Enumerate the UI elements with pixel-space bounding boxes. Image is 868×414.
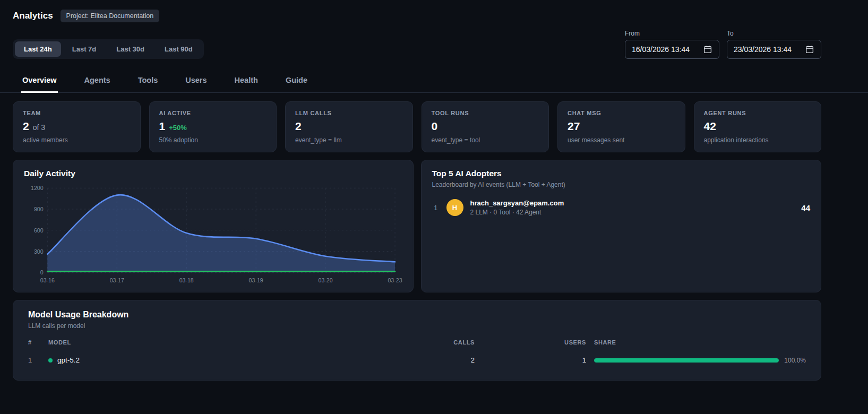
share-cell: 100.0% bbox=[586, 357, 806, 364]
tab-users[interactable]: Users bbox=[184, 68, 208, 93]
stat-sub: event_type = tool bbox=[432, 136, 539, 144]
stat-label: LLM CALLS bbox=[295, 110, 403, 116]
stat-label: AGENT RUNS bbox=[704, 110, 812, 116]
date-range-controls: From 16/03/2026 13:44 To 23/03/2026 13:4… bbox=[625, 30, 821, 59]
model-cell: gpt-5.2 bbox=[48, 356, 411, 364]
stat-card-chat-msg: CHAT MSG 27 user messages sent bbox=[557, 101, 685, 152]
stat-sub: application interactions bbox=[704, 136, 812, 144]
topbar: Analytics Project: Elitea Documentation bbox=[0, 0, 868, 24]
share-percent-label: 100.0% bbox=[784, 357, 806, 364]
svg-text:1200: 1200 bbox=[31, 185, 44, 191]
stat-value: 2 bbox=[23, 120, 29, 133]
model-rank: 1 bbox=[28, 356, 48, 364]
range-last-24h[interactable]: Last 24h bbox=[15, 41, 61, 57]
share-bar-fill bbox=[594, 358, 779, 363]
stat-card-tool-runs: TOOL RUNS 0 event_type = tool bbox=[422, 101, 549, 152]
to-date-value: 23/03/2026 13:44 bbox=[734, 45, 792, 54]
tab-tools[interactable]: Tools bbox=[137, 68, 159, 93]
model-calls: 2 bbox=[411, 356, 475, 364]
range-last-90d[interactable]: Last 90d bbox=[156, 41, 202, 57]
range-last-7d[interactable]: Last 7d bbox=[63, 41, 106, 57]
svg-text:300: 300 bbox=[34, 248, 44, 254]
stat-card-ai-active: AI ACTIVE 1 +50% 50% adoption bbox=[149, 101, 277, 152]
stat-value: 1 bbox=[159, 120, 166, 133]
svg-text:03-16: 03-16 bbox=[40, 277, 55, 283]
adopter-detail: 2 LLM · 0 Tool · 42 Agent bbox=[470, 209, 795, 216]
stat-sub: event_type = llm bbox=[295, 136, 403, 144]
stat-sub: user messages sent bbox=[568, 136, 675, 144]
svg-text:0: 0 bbox=[40, 269, 44, 275]
col-rank: # bbox=[28, 339, 48, 346]
model-usage-title: Model Usage Breakdown bbox=[28, 310, 806, 320]
usage-table-header: # MODEL CALLS USERS SHARE bbox=[28, 339, 806, 352]
stat-card-agent-runs: AGENT RUNS 42 application interactions bbox=[694, 101, 822, 152]
controls-row: Last 24h Last 7d Last 30d Last 90d From … bbox=[0, 24, 868, 66]
tab-health[interactable]: Health bbox=[234, 68, 259, 93]
model-name: gpt-5.2 bbox=[57, 356, 80, 364]
stat-label: AI ACTIVE bbox=[159, 110, 267, 116]
adopter-email: hrach_sargsyan@epam.com bbox=[470, 199, 795, 207]
model-users: 1 bbox=[475, 356, 586, 364]
daily-activity-panel: Daily Activity 0300600900120003-1603-170… bbox=[13, 160, 414, 292]
stat-value: 27 bbox=[568, 120, 580, 133]
daily-activity-chart: 0300600900120003-1603-1703-1803-1903-200… bbox=[24, 182, 402, 287]
top-adopters-subtitle: Leaderboard by AI events (LLM + Tool + A… bbox=[432, 181, 811, 188]
stat-label: CHAT MSG bbox=[568, 110, 675, 116]
daily-activity-title: Daily Activity bbox=[24, 169, 402, 178]
stat-sub: active members bbox=[23, 136, 131, 144]
stat-value: 2 bbox=[295, 120, 302, 133]
model-usage-subtitle: LLM calls per model bbox=[28, 322, 806, 330]
tab-overview[interactable]: Overview bbox=[21, 68, 58, 93]
adopter-row: 1 H hrach_sargsyan@epam.com 2 LLM · 0 To… bbox=[432, 199, 811, 216]
stat-value: 0 bbox=[432, 120, 438, 133]
to-date-field: To 23/03/2026 13:44 bbox=[727, 30, 821, 59]
col-share: SHARE bbox=[586, 339, 806, 346]
svg-text:03-19: 03-19 bbox=[249, 277, 263, 283]
calendar-icon[interactable] bbox=[805, 45, 814, 54]
adopter-total: 44 bbox=[801, 203, 810, 212]
top-adopters-panel: Top 5 AI Adopters Leaderboard by AI even… bbox=[421, 160, 822, 292]
from-date-value: 16/03/2026 13:44 bbox=[632, 45, 690, 54]
adopter-info: hrach_sargsyan@epam.com 2 LLM · 0 Tool ·… bbox=[470, 199, 795, 216]
stat-sub: 50% adoption bbox=[159, 136, 267, 144]
to-label: To bbox=[727, 30, 821, 37]
col-calls: CALLS bbox=[411, 339, 475, 346]
svg-text:03-17: 03-17 bbox=[110, 277, 124, 283]
from-label: From bbox=[625, 30, 719, 37]
model-usage-panel: Model Usage Breakdown LLM calls per mode… bbox=[13, 300, 821, 381]
middle-row: Daily Activity 0300600900120003-1603-170… bbox=[13, 160, 821, 292]
tabbar: Overview Agents Tools Users Health Guide bbox=[0, 68, 868, 93]
project-badge: Project: Elitea Documentation bbox=[61, 10, 160, 22]
to-date-input[interactable]: 23/03/2026 13:44 bbox=[727, 40, 821, 59]
col-model: MODEL bbox=[48, 339, 411, 346]
model-dot-icon bbox=[48, 358, 53, 363]
tab-guide[interactable]: Guide bbox=[285, 68, 308, 93]
svg-text:900: 900 bbox=[34, 206, 44, 212]
stat-card-team: TEAM 2 of 3 active members bbox=[13, 101, 141, 152]
stat-trend-badge: +50% bbox=[169, 124, 187, 132]
table-row: 1 gpt-5.2 2 1 100.0% bbox=[28, 352, 806, 368]
stat-label: TEAM bbox=[23, 110, 131, 116]
page-title: Analytics bbox=[13, 11, 53, 21]
svg-text:03-18: 03-18 bbox=[179, 277, 194, 283]
svg-text:600: 600 bbox=[34, 227, 44, 234]
tab-agents[interactable]: Agents bbox=[83, 68, 111, 93]
col-users: USERS bbox=[475, 339, 586, 346]
stats-row: TEAM 2 of 3 active members AI ACTIVE 1 +… bbox=[13, 101, 821, 152]
main-content: TEAM 2 of 3 active members AI ACTIVE 1 +… bbox=[0, 93, 868, 381]
adopter-rank: 1 bbox=[432, 204, 440, 212]
avatar: H bbox=[446, 199, 463, 216]
calendar-icon[interactable] bbox=[703, 45, 712, 54]
svg-text:03-23: 03-23 bbox=[388, 277, 402, 283]
top-adopters-title: Top 5 AI Adopters bbox=[432, 169, 811, 178]
stat-suffix: of 3 bbox=[33, 123, 45, 132]
svg-text:03-20: 03-20 bbox=[319, 277, 333, 283]
stat-value: 42 bbox=[704, 120, 716, 133]
stat-label: TOOL RUNS bbox=[432, 110, 539, 116]
range-last-30d[interactable]: Last 30d bbox=[107, 41, 153, 57]
stat-card-llm-calls: LLM CALLS 2 event_type = llm bbox=[285, 101, 413, 152]
from-date-input[interactable]: 16/03/2026 13:44 bbox=[625, 40, 719, 59]
from-date-field: From 16/03/2026 13:44 bbox=[625, 30, 719, 59]
share-bar-track bbox=[594, 358, 779, 363]
time-range-group: Last 24h Last 7d Last 30d Last 90d bbox=[13, 39, 204, 59]
